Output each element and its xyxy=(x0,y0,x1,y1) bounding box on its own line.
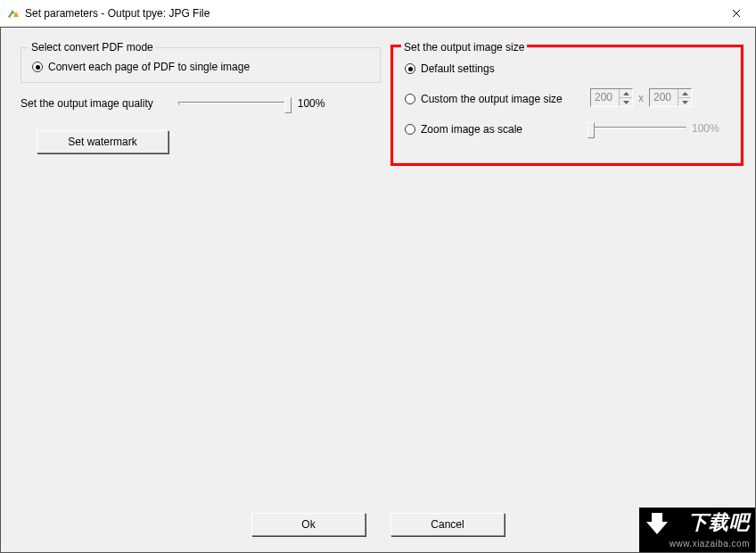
spin-up-icon[interactable] xyxy=(678,89,691,98)
download-arrow-icon xyxy=(645,511,670,539)
quality-row: Set the output image quality 100% xyxy=(21,97,325,110)
custom-height-input[interactable]: 200 xyxy=(649,88,692,107)
spin-up-icon[interactable] xyxy=(619,89,632,98)
size-separator: x xyxy=(638,92,644,104)
close-button[interactable] xyxy=(717,0,756,27)
group-convert-mode: Select convert PDF mode Convert each pag… xyxy=(21,47,381,83)
zoom-slider[interactable] xyxy=(590,127,686,130)
set-watermark-button-label: Set watermark xyxy=(68,136,136,148)
quality-label: Set the output image quality xyxy=(21,97,153,110)
radio-custom-size-label: Custom the output image size xyxy=(421,93,563,105)
radio-convert-each-page-label: Convert each page of PDF to single image xyxy=(48,61,250,73)
ok-button[interactable]: Ok xyxy=(251,513,366,536)
ok-button-label: Ok xyxy=(301,518,315,531)
window-title: Set parameters - Output tpye: JPG File xyxy=(25,7,210,20)
custom-size-inputs: 200 x 200 xyxy=(590,88,692,107)
group-convert-mode-legend: Select convert PDF mode xyxy=(29,41,156,54)
radio-custom-size[interactable]: Custom the output image size xyxy=(405,93,563,105)
client-area: Select convert PDF mode Convert each pag… xyxy=(0,27,756,553)
site-watermark: 下载吧 www.xiazaiba.com xyxy=(639,508,755,552)
zoom-percent: 100% xyxy=(692,122,719,135)
cancel-button[interactable]: Cancel xyxy=(390,513,505,536)
zoom-slider-thumb[interactable] xyxy=(588,122,595,138)
radio-dot-icon xyxy=(32,62,43,72)
spin-down-icon[interactable] xyxy=(678,98,691,106)
site-watermark-text: 下载吧 xyxy=(688,509,750,536)
custom-width-value: 200 xyxy=(591,89,619,106)
radio-convert-each-page[interactable]: Convert each page of PDF to single image xyxy=(32,61,250,73)
radio-default-settings-label: Default settings xyxy=(421,62,495,75)
title-bar: Set parameters - Output tpye: JPG File xyxy=(0,0,756,27)
spin-down-icon[interactable] xyxy=(619,98,632,106)
radio-dot-icon xyxy=(405,94,415,104)
group-output-size-legend: Set the output image size xyxy=(401,41,527,54)
radio-dot-icon xyxy=(405,63,415,74)
quality-percent: 100% xyxy=(298,97,325,110)
spin-buttons[interactable] xyxy=(678,89,691,106)
radio-zoom-scale-label: Zoom image as scale xyxy=(421,123,522,136)
radio-default-settings[interactable]: Default settings xyxy=(405,62,495,75)
custom-width-input[interactable]: 200 xyxy=(590,88,633,107)
radio-zoom-scale[interactable]: Zoom image as scale xyxy=(405,123,522,136)
site-watermark-url: www.xiazaiba.com xyxy=(670,539,750,549)
spin-buttons[interactable] xyxy=(619,89,632,106)
app-icon xyxy=(5,6,20,21)
quality-slider[interactable] xyxy=(178,102,289,105)
set-watermark-button[interactable]: Set watermark xyxy=(37,130,168,153)
cancel-button-label: Cancel xyxy=(431,518,464,531)
zoom-slider-row: 100% xyxy=(590,122,719,135)
custom-height-value: 200 xyxy=(650,89,678,106)
radio-dot-icon xyxy=(405,124,415,135)
quality-slider-thumb[interactable] xyxy=(284,97,292,113)
group-output-size: Set the output image size Default settin… xyxy=(393,47,741,163)
